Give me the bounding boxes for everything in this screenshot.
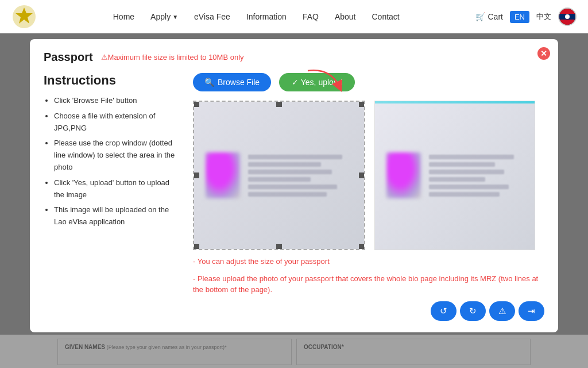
nav-contact[interactable]: Contact [372,12,399,21]
passport-line [429,177,485,182]
nav-faq[interactable]: FAQ [303,12,319,21]
instructions-panel: Instructions Click 'Browse File' button … [44,73,181,321]
passport-line [429,170,504,174]
passport-line [429,162,495,167]
crop-box[interactable] [193,101,365,250]
upload-buttons: 🔍 Browse File ✓ Yes, upload [193,73,544,91]
passport-line [429,155,514,159]
preview-box [374,101,535,250]
passport-line [429,192,500,197]
lang-en-button[interactable]: EN [510,11,529,23]
modal-title: Passport [44,51,93,64]
preview-inner [375,101,535,250]
crop-handles [194,102,364,249]
rotate-right-button[interactable]: ↻ [460,301,486,321]
cart-icon: 🛒 [475,12,485,21]
arrow-indicator [302,65,348,96]
list-item: Choose a file with extension of JPG,PNG [54,110,181,135]
list-item: Click 'Browse File' button [54,95,181,107]
modal: Passport ⚠Maximum file size is limited t… [30,39,558,332]
svg-point-4 [565,14,570,19]
warning-button[interactable]: ⚠ [489,301,515,321]
preview-text-lines [429,155,523,197]
image-area [193,101,544,250]
passport-line [429,185,509,189]
lang-zh-button[interactable]: 中文 [536,12,551,22]
rotate-left-button[interactable]: ↺ [431,301,457,321]
logo-icon [11,4,37,29]
nav-home[interactable]: Home [113,12,134,21]
crop-handle-bl[interactable] [194,244,199,250]
tool-buttons: ↺ ↻ ⚠ ⇥ [193,301,544,321]
nav-evisa-fee[interactable]: eVisa Fee [194,12,230,21]
crop-handle-ml[interactable] [194,172,199,178]
hint2: - Please upload the photo of your passpo… [193,273,544,296]
navbar-right: 🛒 Cart EN 中文 [475,7,577,26]
navbar-center: Home Apply ▼ eVisa Fee Information FAQ A… [113,12,400,21]
modal-warning: ⚠Maximum file size is limited to 10MB on… [101,53,244,62]
list-item: Please use the crop window (dotted line … [54,137,181,173]
search-icon: 🔍 [204,78,214,87]
crop-handle-tl[interactable] [194,101,199,107]
navbar-left [11,4,37,29]
instructions-title: Instructions [44,73,181,88]
flip-button[interactable]: ⇥ [519,301,544,321]
hint1: - You can adjust the size of your passpo… [193,256,544,267]
nav-about[interactable]: About [335,12,356,21]
preview-top-line [375,101,535,103]
crop-handle-tr[interactable] [359,101,365,107]
preview-photo-blob [386,152,421,198]
modal-overlay: Passport ⚠Maximum file size is limited t… [0,33,588,368]
apply-dropdown-arrow: ▼ [172,14,178,20]
flag-icon [558,7,577,26]
list-item: Click 'Yes, upload' button to upload the… [54,177,181,201]
instructions-list: Click 'Browse File' button Choose a file… [44,95,181,228]
browse-file-button[interactable]: 🔍 Browse File [193,73,271,91]
crop-handle-br[interactable] [359,244,365,250]
nav-apply[interactable]: Apply ▼ [150,12,178,21]
modal-body: Instructions Click 'Browse File' button … [44,73,544,321]
crop-handle-bm[interactable] [276,244,282,250]
modal-close-button[interactable]: ✕ [537,47,550,60]
modal-header: Passport ⚠Maximum file size is limited t… [44,51,544,64]
navbar: Home Apply ▼ eVisa Fee Information FAQ A… [0,0,588,33]
nav-information[interactable]: Information [246,12,287,21]
crop-handle-tm[interactable] [276,101,282,107]
cart-button[interactable]: 🛒 Cart [475,12,502,21]
cart-label: Cart [488,12,502,21]
crop-handle-mr[interactable] [359,172,365,178]
upload-panel: 🔍 Browse File ✓ Yes, upload [193,73,544,321]
list-item: This image will be uploaded on the Lao e… [54,204,181,228]
